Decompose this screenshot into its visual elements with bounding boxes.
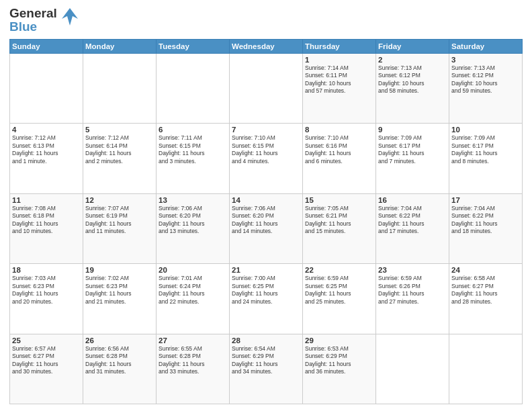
svg-marker-0	[62, 8, 78, 26]
day-info: Sunrise: 7:14 AMSunset: 6:11 PMDaylight:…	[305, 64, 373, 95]
day-info: Sunrise: 7:04 AMSunset: 6:22 PMDaylight:…	[378, 205, 447, 236]
day-info: Sunrise: 7:04 AMSunset: 6:22 PMDaylight:…	[451, 205, 520, 236]
calendar-cell: 3Sunrise: 7:13 AMSunset: 6:12 PMDaylight…	[449, 53, 523, 123]
header: General Blue	[9, 7, 523, 34]
day-info: Sunrise: 7:02 AMSunset: 6:23 PMDaylight:…	[85, 275, 154, 306]
day-info: Sunrise: 7:10 AMSunset: 6:16 PMDaylight:…	[305, 134, 373, 165]
logo-bird-icon	[60, 7, 79, 31]
calendar-cell	[376, 334, 449, 404]
day-number: 22	[305, 266, 373, 274]
calendar-cell: 6Sunrise: 7:11 AMSunset: 6:15 PMDaylight…	[157, 124, 230, 193]
calendar-cell	[10, 53, 83, 123]
calendar-cell: 20Sunrise: 7:01 AMSunset: 6:24 PMDayligh…	[157, 264, 230, 334]
day-number: 17	[451, 196, 520, 204]
day-info: Sunrise: 6:54 AMSunset: 6:29 PMDaylight:…	[232, 345, 300, 376]
calendar-cell: 18Sunrise: 7:03 AMSunset: 6:23 PMDayligh…	[10, 264, 83, 334]
day-info: Sunrise: 7:06 AMSunset: 6:20 PMDaylight:…	[232, 205, 300, 236]
day-info: Sunrise: 7:08 AMSunset: 6:18 PMDaylight:…	[12, 205, 81, 236]
day-info: Sunrise: 7:00 AMSunset: 6:25 PMDaylight:…	[232, 275, 300, 306]
day-number: 1	[305, 56, 373, 64]
day-info: Sunrise: 6:59 AMSunset: 6:25 PMDaylight:…	[305, 275, 373, 306]
calendar-cell: 24Sunrise: 6:58 AMSunset: 6:27 PMDayligh…	[449, 264, 523, 334]
day-info: Sunrise: 7:06 AMSunset: 6:20 PMDaylight:…	[159, 205, 227, 236]
calendar-cell	[83, 53, 157, 123]
day-info: Sunrise: 7:12 AMSunset: 6:13 PMDaylight:…	[12, 134, 81, 165]
calendar-cell: 12Sunrise: 7:07 AMSunset: 6:19 PMDayligh…	[83, 193, 157, 263]
calendar-cell: 26Sunrise: 6:56 AMSunset: 6:28 PMDayligh…	[83, 334, 157, 404]
day-info: Sunrise: 6:58 AMSunset: 6:27 PMDaylight:…	[451, 275, 520, 306]
calendar-cell: 16Sunrise: 7:04 AMSunset: 6:22 PMDayligh…	[376, 193, 449, 263]
day-number: 26	[85, 336, 154, 345]
calendar-cell: 19Sunrise: 7:02 AMSunset: 6:23 PMDayligh…	[83, 264, 157, 334]
calendar-cell: 11Sunrise: 7:08 AMSunset: 6:18 PMDayligh…	[10, 193, 83, 263]
calendar-cell: 10Sunrise: 7:09 AMSunset: 6:17 PMDayligh…	[449, 124, 523, 193]
day-number: 12	[85, 196, 154, 204]
calendar-cell: 2Sunrise: 7:13 AMSunset: 6:12 PMDaylight…	[376, 53, 449, 123]
calendar-cell	[449, 334, 523, 404]
day-info: Sunrise: 7:09 AMSunset: 6:17 PMDaylight:…	[451, 134, 520, 165]
calendar-cell: 7Sunrise: 7:10 AMSunset: 6:15 PMDaylight…	[230, 124, 303, 193]
week-row-3: 11Sunrise: 7:08 AMSunset: 6:18 PMDayligh…	[10, 193, 523, 263]
day-info: Sunrise: 7:11 AMSunset: 6:15 PMDaylight:…	[159, 134, 227, 165]
day-number: 29	[305, 336, 373, 345]
calendar-cell: 13Sunrise: 7:06 AMSunset: 6:20 PMDayligh…	[157, 193, 230, 263]
day-info: Sunrise: 6:56 AMSunset: 6:28 PMDaylight:…	[85, 345, 154, 376]
day-info: Sunrise: 7:09 AMSunset: 6:17 PMDaylight:…	[378, 134, 447, 165]
day-number: 2	[378, 56, 447, 64]
day-info: Sunrise: 7:13 AMSunset: 6:12 PMDaylight:…	[378, 64, 447, 95]
day-info: Sunrise: 7:01 AMSunset: 6:24 PMDaylight:…	[159, 275, 227, 306]
day-number: 4	[12, 126, 81, 134]
calendar-table: SundayMondayTuesdayWednesdayThursdayFrid…	[9, 39, 523, 404]
calendar-cell: 8Sunrise: 7:10 AMSunset: 6:16 PMDaylight…	[303, 124, 376, 193]
day-number: 6	[159, 126, 227, 134]
calendar-cell: 23Sunrise: 6:59 AMSunset: 6:26 PMDayligh…	[376, 264, 449, 334]
day-number: 24	[451, 266, 520, 274]
calendar-cell: 25Sunrise: 6:57 AMSunset: 6:27 PMDayligh…	[10, 334, 83, 404]
calendar-cell	[157, 53, 230, 123]
logo-blue: Blue	[9, 20, 57, 34]
calendar-cell: 27Sunrise: 6:55 AMSunset: 6:28 PMDayligh…	[157, 334, 230, 404]
calendar-cell: 22Sunrise: 6:59 AMSunset: 6:25 PMDayligh…	[303, 264, 376, 334]
calendar-cell: 14Sunrise: 7:06 AMSunset: 6:20 PMDayligh…	[230, 193, 303, 263]
week-row-2: 4Sunrise: 7:12 AMSunset: 6:13 PMDaylight…	[10, 124, 523, 193]
day-number: 23	[378, 266, 447, 274]
logo-general: General	[9, 7, 57, 20]
day-number: 28	[232, 336, 300, 345]
day-info: Sunrise: 7:03 AMSunset: 6:23 PMDaylight:…	[12, 275, 81, 306]
day-number: 14	[232, 196, 300, 204]
week-row-4: 18Sunrise: 7:03 AMSunset: 6:23 PMDayligh…	[10, 264, 523, 334]
day-number: 9	[378, 126, 447, 134]
day-info: Sunrise: 6:57 AMSunset: 6:27 PMDaylight:…	[12, 345, 81, 376]
dow-header-tuesday: Tuesday	[157, 39, 230, 53]
day-info: Sunrise: 7:05 AMSunset: 6:21 PMDaylight:…	[305, 205, 373, 236]
day-number: 20	[159, 266, 227, 274]
day-number: 7	[232, 126, 300, 134]
calendar-cell: 4Sunrise: 7:12 AMSunset: 6:13 PMDaylight…	[10, 124, 83, 193]
dow-header-wednesday: Wednesday	[230, 39, 303, 53]
day-number: 25	[12, 336, 81, 345]
day-number: 8	[305, 126, 373, 134]
day-number: 18	[12, 266, 81, 274]
day-number: 19	[85, 266, 154, 274]
calendar-cell: 21Sunrise: 7:00 AMSunset: 6:25 PMDayligh…	[230, 264, 303, 334]
day-number: 10	[451, 126, 520, 134]
day-number: 15	[305, 196, 373, 204]
day-info: Sunrise: 7:10 AMSunset: 6:15 PMDaylight:…	[232, 134, 300, 165]
calendar-cell	[230, 53, 303, 123]
day-info: Sunrise: 6:59 AMSunset: 6:26 PMDaylight:…	[378, 275, 447, 306]
week-row-1: 1Sunrise: 7:14 AMSunset: 6:11 PMDaylight…	[10, 53, 523, 123]
day-info: Sunrise: 6:55 AMSunset: 6:28 PMDaylight:…	[159, 345, 227, 376]
day-info: Sunrise: 7:13 AMSunset: 6:12 PMDaylight:…	[451, 64, 520, 95]
logo: General Blue	[9, 7, 79, 34]
dow-header-thursday: Thursday	[303, 39, 376, 53]
calendar-body: 1Sunrise: 7:14 AMSunset: 6:11 PMDaylight…	[10, 53, 523, 404]
day-number: 5	[85, 126, 154, 134]
dow-header-monday: Monday	[83, 39, 157, 53]
week-row-5: 25Sunrise: 6:57 AMSunset: 6:27 PMDayligh…	[10, 334, 523, 404]
calendar-cell: 17Sunrise: 7:04 AMSunset: 6:22 PMDayligh…	[449, 193, 523, 263]
dow-header-saturday: Saturday	[449, 39, 523, 53]
calendar-cell: 1Sunrise: 7:14 AMSunset: 6:11 PMDaylight…	[303, 53, 376, 123]
day-info: Sunrise: 7:12 AMSunset: 6:14 PMDaylight:…	[85, 134, 154, 165]
day-number: 11	[12, 196, 81, 204]
day-info: Sunrise: 6:53 AMSunset: 6:29 PMDaylight:…	[305, 345, 373, 376]
